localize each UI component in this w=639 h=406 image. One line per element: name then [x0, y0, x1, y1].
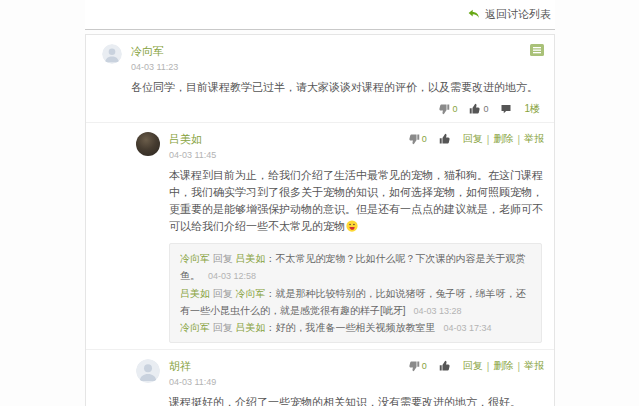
dislike-button[interactable]: 0: [408, 360, 427, 372]
nested-reply-to[interactable]: 吕美如: [236, 322, 266, 333]
post-content: 各位同学，目前课程教学已过半，请大家谈谈对课程的评价，以及需要改进的地方。: [131, 79, 544, 96]
like-button[interactable]: [439, 133, 451, 145]
nested-date: 04-03 17:34: [444, 323, 492, 333]
report-link[interactable]: 举报: [524, 132, 544, 146]
author-name[interactable]: 胡祥: [169, 359, 216, 374]
back-link-label: 返回讨论列表: [485, 7, 551, 22]
nested-author[interactable]: 吕美如: [180, 288, 210, 299]
nested-reply-to[interactable]: 吕美如: [236, 253, 266, 264]
nested-author[interactable]: 冷向军: [180, 322, 210, 333]
divider: |: [517, 361, 520, 372]
post-menu-icon[interactable]: [530, 44, 544, 56]
post-reply-2: 胡祥 04-03 11:49 0 回复 |: [86, 350, 554, 406]
dislike-count: 0: [452, 104, 457, 114]
nested-author[interactable]: 冷向军: [180, 253, 210, 264]
like-button[interactable]: 0: [469, 103, 488, 115]
nested-replies: 冷向军 回复 吕美如：不太常见的宠物？比如什么呢？下次课的内容是关于观赏鱼。04…: [169, 243, 542, 343]
posts-panel: 冷向军 04-03 11:23 各位同学，目前课程教学已过半，请大家谈谈对课程的…: [85, 34, 555, 406]
delete-link[interactable]: 删除: [493, 132, 513, 146]
post-content: 本课程到目前为止，给我们介绍了生活中最常见的宠物，猫和狗。在这门课程中，我们确实…: [169, 167, 544, 235]
discussion-page: 返回讨论列表 冷向军 04-03 11:23: [85, 0, 555, 406]
post-root: 冷向军 04-03 11:23 各位同学，目前课程教学已过半，请大家谈谈对课程的…: [86, 35, 554, 123]
nested-reply: 冷向军 回复 吕美如：好的，我准备一些相关视频放教室里04-03 17:34: [180, 319, 531, 336]
reply-link[interactable]: 回复: [463, 359, 483, 373]
divider: |: [517, 134, 520, 145]
post-date: 04-03 11:23: [131, 62, 178, 72]
reply-link[interactable]: 回复: [463, 132, 483, 146]
avatar[interactable]: [102, 44, 122, 64]
reply-arrow-icon: [467, 8, 480, 21]
topbar: 返回讨论列表: [85, 0, 555, 30]
nested-reply: 冷向军 回复 吕美如：不太常见的宠物？比如什么呢？下次课的内容是关于观赏鱼。04…: [180, 250, 531, 284]
dislike-button[interactable]: 0: [408, 133, 427, 145]
delete-link[interactable]: 删除: [493, 359, 513, 373]
nested-date: 04-03 13:28: [414, 306, 462, 316]
tongue-out-emoji: [346, 220, 358, 232]
divider: |: [487, 134, 490, 145]
floor-label: 1楼: [524, 102, 540, 116]
like-button[interactable]: [439, 360, 451, 372]
back-to-discussion-list-link[interactable]: 返回讨论列表: [467, 7, 551, 22]
divider: |: [487, 361, 490, 372]
nested-content: ：好的，我准备一些相关视频放教室里: [266, 322, 436, 333]
post-reply-1: 吕美如 04-03 11:45 0 回复 |: [86, 123, 554, 350]
dislike-count: 0: [422, 134, 427, 144]
dislike-count: 0: [422, 361, 427, 371]
author-name[interactable]: 冷向军: [131, 44, 178, 59]
avatar[interactable]: [136, 359, 160, 383]
comment-button[interactable]: [500, 103, 512, 115]
nested-date: 04-03 12:58: [208, 271, 256, 281]
report-link[interactable]: 举报: [524, 359, 544, 373]
like-count: 0: [483, 104, 488, 114]
nested-reply-to[interactable]: 冷向军: [236, 288, 266, 299]
author-name[interactable]: 吕美如: [169, 132, 216, 147]
post-date: 04-03 11:49: [169, 377, 216, 387]
avatar[interactable]: [136, 132, 160, 156]
dislike-button[interactable]: 0: [438, 103, 457, 115]
nested-reply: 吕美如 回复 冷向军：就是那种比较特别的，比如说猪呀，兔子呀，绵羊呀，还有一些小…: [180, 285, 531, 319]
post-date: 04-03 11:45: [169, 150, 216, 160]
post-content: 课程挺好的，介绍了一些宠物的相关知识，没有需要改进的地方，很好。: [169, 394, 544, 406]
